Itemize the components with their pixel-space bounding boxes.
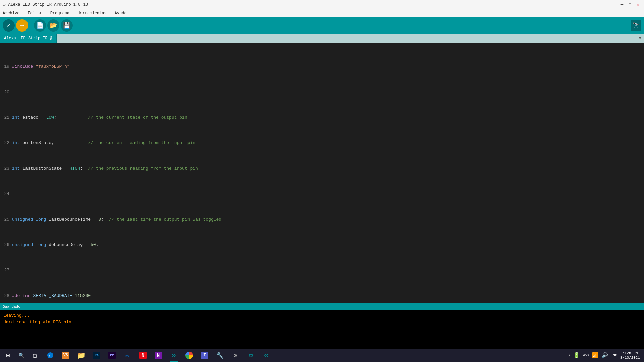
taskbar-chrome[interactable]: [182, 349, 197, 362]
upload-button[interactable]: →: [16, 19, 28, 32]
window-controls[interactable]: ─ ❐ ✕: [619, 1, 641, 8]
taskbar-app14[interactable]: 🔧: [213, 349, 227, 362]
code-line-27: 27: [3, 267, 641, 274]
code-editor: 19 #include "fauxmoESP.h" 20 21 int esta…: [0, 43, 644, 303]
menu-herramientas[interactable]: Herramientas: [76, 10, 108, 16]
taskbar-arduino3[interactable]: ∞: [259, 349, 274, 362]
title-bar: ∞ Alexa_LED_Strip_IR Arduino 1.8.13 ─ ❐ …: [0, 0, 644, 9]
taskbar-apps: e VS 📁 Ps Pr ✉ N N ∞ T 🔧 ⚙ ∞ ∞: [43, 349, 274, 362]
taskbar-arduino[interactable]: ∞: [166, 349, 181, 362]
app-icon: ∞: [3, 2, 5, 7]
console-output: Leaving... Hard resetting via RTS pin...: [0, 310, 644, 354]
code-line-25: 25 unsigned long lastDebounceTime = 0; /…: [3, 216, 641, 223]
verify-button[interactable]: ✓: [3, 19, 15, 32]
save-button[interactable]: 💾: [61, 19, 73, 32]
tab-alexa-led[interactable]: Alexa_LED_Strip_IR §: [0, 34, 57, 43]
tab-bar: Alexa_LED_Strip_IR § ▼: [0, 34, 644, 43]
taskbar-mail[interactable]: ✉: [120, 349, 135, 362]
serial-monitor-button[interactable]: 🔭: [631, 20, 641, 31]
code-line-26: 26 unsigned long debounceDelay = 50;: [3, 242, 641, 248]
code-area[interactable]: 19 #include "fauxmoESP.h" 20 21 int esta…: [0, 43, 644, 303]
minimize-button[interactable]: ─: [619, 1, 625, 8]
taskbar-explorer[interactable]: 📁: [74, 349, 89, 362]
maximize-button[interactable]: ❐: [627, 1, 633, 8]
menu-ayuda[interactable]: Ayuda: [113, 10, 128, 16]
taskbar-app15[interactable]: ⚙: [228, 349, 243, 362]
taskbar-right: ▲ 🔋 95% 📶 🔊 ENG 6:25 PM 8/10/2021: [569, 351, 643, 360]
time-date[interactable]: 6:25 PM 8/10/2021: [620, 351, 640, 360]
tabbar-right: ▼: [636, 34, 644, 43]
code-line-24: 24: [3, 191, 641, 197]
tray-arrow[interactable]: ▲: [569, 354, 571, 357]
menu-programa[interactable]: Programa: [49, 10, 71, 16]
start-button[interactable]: ⊞: [1, 349, 15, 362]
code-line-19: 19 #include "fauxmoESP.h": [3, 63, 641, 70]
toolbar-separator: [31, 20, 31, 31]
editor-content: 19 #include "fauxmoESP.h" 20 21 int esta…: [0, 43, 644, 303]
window-title: Alexa_LED_Strip_IR Arduino 1.8.13: [8, 2, 88, 7]
close-button[interactable]: ✕: [635, 1, 641, 8]
taskbar-photoshop[interactable]: Ps: [89, 349, 104, 362]
open-button[interactable]: 📂: [47, 19, 59, 32]
menu-archivo[interactable]: Archivo: [1, 10, 21, 16]
search-button[interactable]: 🔍: [15, 349, 28, 362]
code-line-20: 20: [3, 89, 641, 95]
code-line-21: 21 int estado = LOW; // the current stat…: [3, 114, 641, 121]
svg-text:e: e: [49, 353, 52, 358]
menu-editar[interactable]: Editar: [26, 10, 43, 16]
taskbar-netflix[interactable]: N: [136, 349, 150, 362]
toolbar: ✓ → 📄 📂 💾 🔭: [0, 17, 644, 34]
system-tray: ▲: [569, 354, 571, 357]
console-line-1: Leaving...: [3, 312, 641, 319]
language-indicator: ENG: [611, 353, 618, 357]
console-line-2: Hard resetting via RTS pin...: [3, 319, 641, 326]
code-line-23: 23 int lastButtonState = HIGH; // the pr…: [3, 165, 641, 172]
code-line-28: 28 #define SERIAL_BAUDRATE 115200: [3, 293, 641, 299]
titlebar-left: ∞ Alexa_LED_Strip_IR Arduino 1.8.13: [3, 2, 88, 7]
clock-date: 8/10/2021: [620, 355, 640, 360]
menu-bar: Archivo Editar Programa Herramientas Ayu…: [0, 9, 644, 17]
network-icon: 📶: [592, 352, 599, 359]
tab-scroll-button[interactable]: ▼: [636, 34, 644, 43]
tab-label: Alexa_LED_Strip_IR §: [4, 36, 52, 41]
code-line-22: 22 int buttonState; // the current readi…: [3, 140, 641, 146]
toolbar-right: 🔭: [631, 20, 641, 31]
taskbar-teams[interactable]: T: [197, 349, 212, 362]
taskbar-arduino2[interactable]: ∞: [244, 349, 258, 362]
taskbar-onenote[interactable]: N: [151, 349, 166, 362]
battery-icon: 🔋: [573, 352, 580, 359]
speaker-icon: 🔊: [601, 352, 608, 359]
windows-taskbar: ⊞ 🔍 ❑ e VS 📁 Ps Pr ✉ N N ∞ T 🔧 ⚙ ∞: [0, 349, 644, 362]
status-text: Guardado: [3, 305, 20, 309]
task-view-button[interactable]: ❑: [28, 349, 42, 362]
battery-percent: 95%: [583, 353, 589, 357]
taskbar-edge[interactable]: e: [43, 349, 58, 362]
taskbar-premiere[interactable]: Pr: [105, 349, 119, 362]
clock-time: 6:25 PM: [620, 351, 640, 355]
new-button[interactable]: 📄: [34, 19, 46, 32]
taskbar-vscode[interactable]: VS: [58, 349, 73, 362]
status-bar: Guardado: [0, 303, 644, 310]
